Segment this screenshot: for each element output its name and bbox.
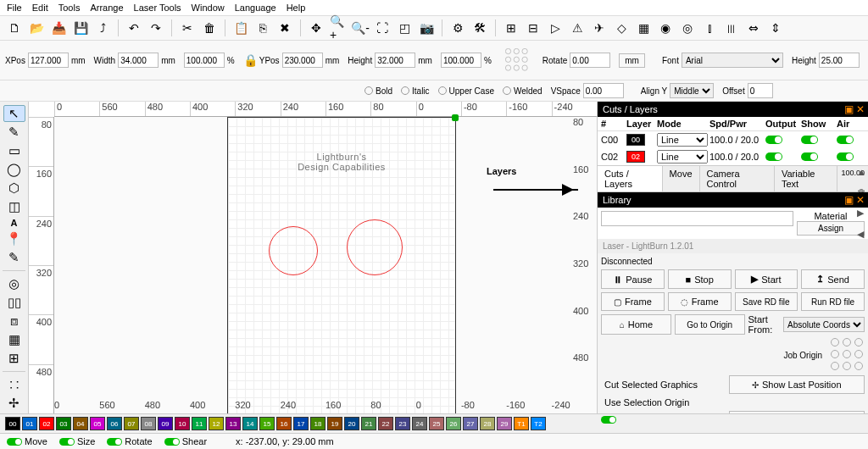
palette-swatch-04[interactable]: 04 — [73, 417, 88, 430]
measure-tool[interactable]: ✎ — [3, 249, 25, 266]
optimize-cut-toggle[interactable] — [601, 416, 616, 424]
boolean-tool[interactable]: ▯▯ — [3, 294, 25, 311]
delete-icon[interactable]: 🗑 — [200, 19, 219, 37]
palette-swatch-21[interactable]: 21 — [361, 417, 376, 430]
menu-window[interactable]: Window — [192, 3, 225, 13]
show-toggle[interactable] — [801, 136, 818, 144]
array-icon[interactable]: ▦ — [634, 19, 653, 37]
circle-shape-2[interactable] — [347, 219, 403, 275]
aligny-select[interactable]: Middle — [670, 83, 714, 98]
palette-swatch-09[interactable]: 09 — [158, 417, 173, 430]
layer-up-icon[interactable]: ▲ — [857, 167, 866, 177]
xpos-input[interactable] — [28, 53, 69, 68]
palette-swatch-10[interactable]: 10 — [175, 417, 190, 430]
menu-file[interactable]: File — [7, 3, 22, 13]
canvas-area[interactable]: 0560480400320240160800-80-160-240 801602… — [29, 102, 597, 413]
panel-close-icon[interactable]: ▣ ✕ — [844, 103, 865, 115]
align-icon[interactable]: ⫿ — [700, 19, 719, 37]
library-search[interactable] — [601, 211, 793, 226]
weld-tool[interactable]: ⧈ — [3, 313, 25, 330]
zoom-in-icon[interactable]: 🔍+ — [329, 19, 348, 37]
layer-prev-icon[interactable]: ◀ — [857, 229, 866, 240]
palette-swatch-08[interactable]: 08 — [141, 417, 156, 430]
send-button[interactable]: ↥Send — [801, 269, 865, 289]
palette-swatch-13[interactable]: 13 — [225, 417, 241, 430]
subtract-icon[interactable]: ◎ — [678, 19, 697, 37]
palette-swatch-06[interactable]: 06 — [107, 417, 122, 430]
copy-icon[interactable]: ⎘ — [253, 19, 272, 37]
marker-tool[interactable]: 📍 — [3, 230, 25, 247]
status-size-toggle[interactable] — [59, 438, 75, 446]
menu-laser-tools[interactable]: Laser Tools — [134, 3, 181, 13]
export-icon[interactable]: ⤴ — [93, 19, 112, 37]
paste-icon[interactable]: 📋 — [231, 19, 250, 37]
menu-help[interactable]: Help — [287, 3, 306, 13]
delete2-icon[interactable]: ✖ — [275, 19, 294, 37]
group-icon[interactable]: ⊞ — [502, 19, 520, 37]
menu-arrange[interactable]: Arrange — [90, 3, 123, 13]
grid-tool[interactable]: ⊞ — [3, 350, 25, 367]
status-move-toggle[interactable] — [7, 438, 22, 446]
radial-tool[interactable]: ✢ — [3, 395, 25, 412]
flip-h-icon[interactable]: ⇔ — [744, 19, 763, 37]
palette-swatch-29[interactable]: 29 — [497, 417, 512, 430]
layer-next-icon[interactable]: ▶ — [857, 208, 866, 219]
import-icon[interactable]: 📥 — [49, 19, 68, 37]
palette-swatch-23[interactable]: 23 — [395, 417, 410, 430]
warn-icon[interactable]: ⚠ — [568, 19, 587, 37]
show-toggle[interactable] — [801, 152, 818, 161]
anchor-grid[interactable] — [505, 48, 529, 72]
palette-swatch-17[interactable]: 17 — [293, 417, 309, 430]
palette-swatch-26[interactable]: 26 — [446, 417, 461, 430]
palette-swatch-03[interactable]: 03 — [56, 417, 71, 430]
air-toggle[interactable] — [837, 152, 854, 161]
mode-select[interactable]: Line — [657, 150, 708, 164]
palette-swatch-11[interactable]: 11 — [192, 417, 207, 430]
layer-row-c00[interactable]: C00 00 Line 100.0 / 20.0 — [598, 131, 868, 148]
font-select[interactable]: Arial — [682, 53, 783, 68]
palette-swatch-05[interactable]: 05 — [90, 417, 105, 430]
start-from-select[interactable]: Absolute Coords — [783, 317, 865, 332]
palette-swatch-15[interactable]: 15 — [259, 417, 275, 430]
text-height-input[interactable] — [819, 53, 860, 68]
palette-swatch-19[interactable]: 19 — [327, 417, 342, 430]
output-toggle[interactable] — [765, 152, 782, 161]
undo-icon[interactable]: ↶ — [125, 19, 143, 37]
menu-language[interactable]: Language — [235, 3, 276, 13]
height-pct-input[interactable] — [441, 53, 481, 68]
height-input[interactable] — [375, 53, 415, 68]
settings-icon[interactable]: ⚙ — [448, 19, 467, 37]
zoom-fit-icon[interactable]: ⛶ — [373, 19, 392, 37]
zoom-out-icon[interactable]: 🔍- — [351, 19, 370, 37]
assign-button[interactable]: Assign — [797, 221, 865, 236]
output-toggle[interactable] — [765, 136, 782, 144]
layer-swatch[interactable]: 02 — [626, 151, 645, 163]
tab-move[interactable]: Move — [663, 166, 700, 191]
text-tool[interactable]: A — [3, 217, 25, 229]
offset-input[interactable] — [748, 83, 773, 98]
width-pct-input[interactable] — [184, 53, 225, 68]
distribute-icon[interactable]: ⫼ — [722, 19, 741, 37]
go-origin-button[interactable]: Go to Origin — [675, 314, 745, 335]
open-icon[interactable]: 📂 — [27, 19, 46, 37]
mode-select[interactable]: Line — [657, 133, 708, 147]
status-shear-toggle[interactable] — [164, 438, 180, 446]
zoom-sel-icon[interactable]: ◰ — [395, 19, 414, 37]
unit-toggle[interactable]: mm — [619, 53, 645, 68]
palette-swatch-20[interactable]: 20 — [344, 417, 359, 430]
bold-toggle[interactable] — [364, 86, 373, 95]
rect-tool[interactable]: ▭ — [3, 142, 25, 159]
width-input[interactable] — [118, 53, 159, 68]
panel-close-icon[interactable]: ▣ ✕ — [844, 194, 865, 206]
dots-tool[interactable]: ⸬ — [3, 376, 25, 393]
preview-icon[interactable]: 📷 — [417, 19, 436, 37]
frame-circle-button[interactable]: ◌ Frame — [668, 292, 732, 311]
canvas[interactable]: Lightburn's Design Capabilities Layers 0… — [54, 117, 597, 413]
palette-swatch-14[interactable]: 14 — [242, 417, 258, 430]
palette-swatch-07[interactable]: 07 — [124, 417, 139, 430]
trace-icon[interactable]: ▷ — [546, 19, 565, 37]
union-icon[interactable]: ◉ — [656, 19, 675, 37]
palette-swatch-18[interactable]: 18 — [310, 417, 326, 430]
select-tool[interactable]: ↖ — [3, 105, 25, 122]
palette-swatch-00[interactable]: 00 — [5, 417, 20, 430]
